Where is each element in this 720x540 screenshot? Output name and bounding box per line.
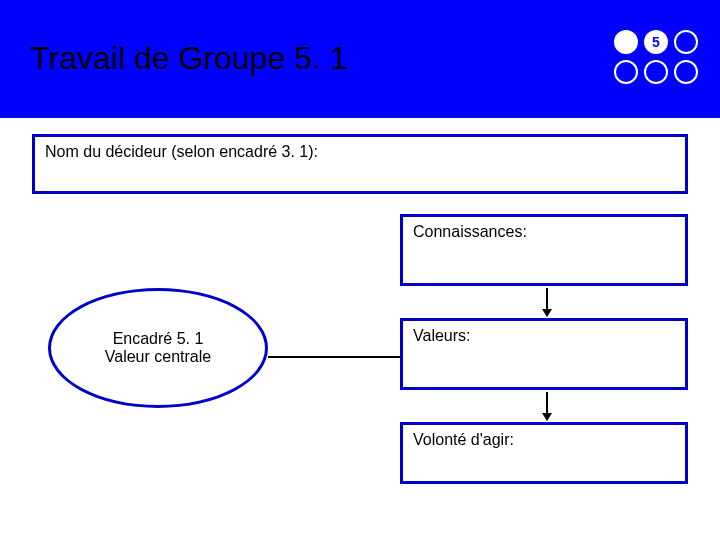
ellipse-line-1: Encadré 5. 1 — [113, 330, 204, 348]
slide: Travail de Groupe 5. 1 5 Nom du décideur… — [0, 0, 720, 540]
logo: 5 — [608, 30, 698, 90]
ellipse-line-2: Valeur centrale — [105, 348, 211, 366]
ellipse-valeur-centrale: Encadré 5. 1 Valeur centrale — [48, 288, 268, 408]
box-volonte-label: Volonté d'agir: — [413, 431, 514, 448]
logo-row-1: 5 — [608, 30, 698, 54]
logo-dot-empty-icon — [614, 60, 638, 84]
connector-line — [268, 356, 400, 358]
logo-dot-empty-icon — [674, 30, 698, 54]
arrow-down-icon — [546, 288, 548, 316]
box-decideur: Nom du décideur (selon encadré 3. 1): — [32, 134, 688, 194]
page-title: Travail de Groupe 5. 1 — [30, 40, 347, 77]
logo-row-2 — [608, 60, 698, 84]
logo-dot-number-icon: 5 — [644, 30, 668, 54]
box-volonte: Volonté d'agir: — [400, 422, 688, 484]
box-valeurs-label: Valeurs: — [413, 327, 471, 344]
logo-dot-empty-icon — [674, 60, 698, 84]
box-connaissances-label: Connaissances: — [413, 223, 527, 240]
box-decideur-label: Nom du décideur (selon encadré 3. 1): — [45, 143, 318, 160]
box-connaissances: Connaissances: — [400, 214, 688, 286]
box-valeurs: Valeurs: — [400, 318, 688, 390]
logo-dot-empty-icon — [644, 60, 668, 84]
arrow-down-icon — [546, 392, 548, 420]
header-bar: Travail de Groupe 5. 1 5 — [0, 0, 720, 118]
logo-dot-filled-icon — [614, 30, 638, 54]
